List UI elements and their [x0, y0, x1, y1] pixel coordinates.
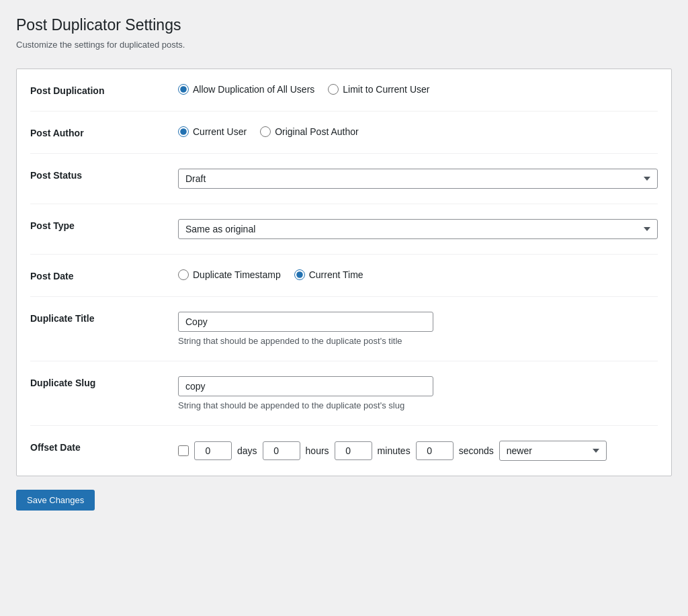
duplicate-title-label: Duplicate Title [30, 312, 178, 324]
duplicate-slug-input[interactable] [178, 376, 433, 396]
post-duplication-control: Allow Duplication of All Users Limit to … [178, 84, 658, 95]
radio-limit-current-input[interactable] [328, 84, 339, 95]
post-date-radio-group: Duplicate Timestamp Current Time [178, 269, 658, 280]
radio-limit-current-label: Limit to Current User [343, 84, 429, 95]
post-status-row: Post Status Draft Publish Pending Privat… [30, 154, 658, 204]
radio-original-author[interactable]: Original Post Author [260, 126, 359, 137]
duplicate-slug-label: Duplicate Slug [30, 376, 178, 388]
duplicate-title-description: String that should be appended to the du… [178, 336, 658, 346]
post-status-label: Post Status [30, 169, 178, 181]
radio-limit-current[interactable]: Limit to Current User [328, 84, 429, 95]
post-author-control: Current User Original Post Author [178, 126, 658, 137]
post-author-label: Post Author [30, 126, 178, 138]
post-author-row: Post Author Current User Original Post A… [30, 112, 658, 154]
post-type-select[interactable]: Same as original Post Page [178, 219, 658, 239]
radio-allow-all-input[interactable] [178, 84, 189, 95]
radio-duplicate-timestamp-label: Duplicate Timestamp [193, 269, 281, 280]
post-type-label: Post Type [30, 219, 178, 231]
offset-minutes-label: minutes [378, 445, 411, 456]
post-duplication-label: Post Duplication [30, 84, 178, 96]
offset-date-label: Offset Date [30, 441, 178, 453]
save-changes-button[interactable]: Save Changes [16, 490, 95, 511]
post-date-row: Post Date Duplicate Timestamp Current Ti… [30, 255, 658, 297]
offset-days-label: days [237, 445, 257, 456]
post-duplication-radio-group: Allow Duplication of All Users Limit to … [178, 84, 658, 95]
duplicate-title-control: String that should be appended to the du… [178, 312, 658, 346]
post-type-control: Same as original Post Page [178, 219, 658, 239]
page-title: Post Duplicator Settings [16, 16, 672, 34]
offset-seconds-input[interactable] [416, 441, 454, 460]
page-subtitle: Customize the settings for duplicated po… [16, 40, 672, 50]
radio-current-time-label: Current Time [309, 269, 363, 280]
radio-duplicate-timestamp-input[interactable] [178, 269, 189, 280]
radio-original-author-label: Original Post Author [275, 126, 359, 137]
duplicate-slug-description: String that should be appended to the du… [178, 400, 658, 410]
settings-card: Post Duplication Allow Duplication of Al… [16, 69, 672, 476]
offset-date-row: Offset Date days hours minutes seconds n… [30, 426, 658, 476]
offset-date-control: days hours minutes seconds newer older [178, 441, 658, 461]
radio-current-user[interactable]: Current User [178, 126, 247, 137]
radio-current-time-input[interactable] [294, 269, 305, 280]
duplicate-title-input[interactable] [178, 312, 433, 332]
radio-current-user-label: Current User [193, 126, 247, 137]
offset-date-checkbox[interactable] [178, 445, 189, 456]
duplicate-slug-control: String that should be appended to the du… [178, 376, 658, 410]
duplicate-title-row: Duplicate Title String that should be ap… [30, 297, 658, 361]
offset-minutes-input[interactable] [335, 441, 372, 460]
post-author-radio-group: Current User Original Post Author [178, 126, 658, 137]
radio-original-author-input[interactable] [260, 126, 271, 137]
offset-hours-label: hours [306, 445, 329, 456]
radio-current-time[interactable]: Current Time [294, 269, 363, 280]
duplicate-slug-row: Duplicate Slug String that should be app… [30, 361, 658, 426]
post-date-control: Duplicate Timestamp Current Time [178, 269, 658, 280]
offset-hours-input[interactable] [263, 441, 300, 460]
post-status-select[interactable]: Draft Publish Pending Private [178, 169, 658, 189]
post-type-row: Post Type Same as original Post Page [30, 204, 658, 255]
radio-allow-all-label: Allow Duplication of All Users [193, 84, 314, 95]
post-status-control: Draft Publish Pending Private [178, 169, 658, 189]
offset-days-input[interactable] [194, 441, 232, 460]
radio-allow-all[interactable]: Allow Duplication of All Users [178, 84, 314, 95]
radio-current-user-input[interactable] [178, 126, 189, 137]
offset-date-group: days hours minutes seconds newer older [178, 441, 658, 461]
post-date-label: Post Date [30, 269, 178, 281]
offset-direction-select[interactable]: newer older [499, 441, 607, 461]
offset-seconds-label: seconds [459, 445, 494, 456]
post-duplication-row: Post Duplication Allow Duplication of Al… [30, 69, 658, 112]
radio-duplicate-timestamp[interactable]: Duplicate Timestamp [178, 269, 281, 280]
